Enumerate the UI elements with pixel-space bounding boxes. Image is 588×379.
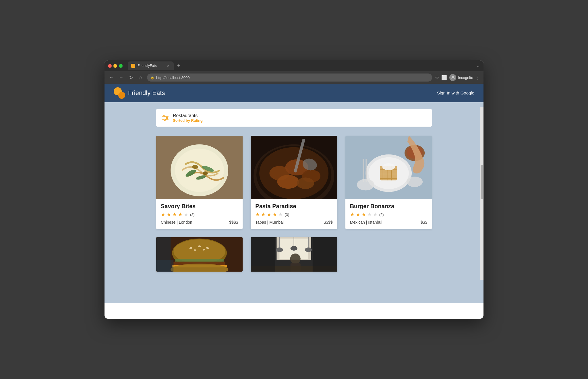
- app-title: Friendly Eats: [128, 89, 165, 97]
- restaurant-grid: Savory Bites ★ ★ ★ ★ ★ (2) Chinese | Lon…: [156, 136, 432, 272]
- restaurant-name-1: Savory Bites: [161, 203, 238, 210]
- star-2-1: ★: [255, 211, 260, 218]
- restaurant-card-1[interactable]: Savory Bites ★ ★ ★ ★ ★ (2) Chinese | Lon…: [156, 136, 243, 229]
- lock-icon: 🔒: [150, 76, 154, 80]
- star-1-5: ★: [184, 211, 188, 218]
- incognito-avatar: [449, 74, 456, 81]
- card-info-1: Savory Bites ★ ★ ★ ★ ★ (2) Chinese | Lon…: [156, 199, 243, 229]
- card-cuisine-1: Chinese | London: [161, 220, 192, 225]
- tab-favicon: [131, 64, 135, 68]
- svg-point-67: [290, 254, 301, 264]
- stars-row-2: ★ ★ ★ ★ ★ (3): [255, 211, 332, 218]
- restaurant-card-3[interactable]: Burger Bonanza ★ ★ ★ ★ ★ (2) Mexican | I…: [345, 136, 432, 229]
- address-bar[interactable]: 🔒 http://localhost:3000: [147, 74, 432, 82]
- svg-rect-71: [313, 237, 337, 272]
- star-3-2: ★: [356, 211, 360, 218]
- star-2-4: ★: [272, 211, 277, 218]
- back-button[interactable]: ←: [108, 75, 115, 80]
- restaurant-image-2: [251, 136, 337, 199]
- address-right-actions: ☆ ⬜ Incognito ⋮: [435, 74, 480, 81]
- filter-subtitle: Sorted by Rating: [173, 118, 203, 123]
- svg-point-64: [291, 246, 297, 251]
- star-3-5: ★: [373, 211, 378, 218]
- scrollbar[interactable]: [480, 107, 483, 280]
- new-tab-button[interactable]: +: [175, 63, 182, 69]
- star-1-4: ★: [178, 211, 183, 218]
- svg-point-14: [203, 171, 208, 175]
- star-2-3: ★: [267, 211, 271, 218]
- app-header: Friendly Eats Sign In with Google: [105, 84, 483, 102]
- card-price-3: $$$: [421, 220, 427, 225]
- star-2-5: ★: [278, 211, 283, 218]
- traffic-lights: [108, 64, 123, 68]
- filter-icon: [162, 115, 169, 121]
- tab-title: FriendlyEats: [138, 64, 157, 68]
- close-button[interactable]: [108, 64, 112, 68]
- svg-point-23: [259, 147, 328, 199]
- svg-rect-40: [363, 159, 364, 182]
- card-meta-3: Mexican | Istanbul $$$: [350, 220, 427, 225]
- scrollbar-thumb[interactable]: [481, 165, 483, 199]
- forward-button[interactable]: →: [118, 75, 125, 80]
- header-right: Sign In with Google: [437, 90, 474, 96]
- app-container: Friendly Eats Sign In with Google: [105, 84, 483, 303]
- card-meta-1: Chinese | London $$$$: [161, 220, 238, 225]
- stars-row-3: ★ ★ ★ ★ ★ (2): [350, 211, 427, 218]
- restaurant-card-4[interactable]: [156, 237, 243, 272]
- restaurant-name-2: Pasta Paradise: [255, 203, 332, 210]
- cast-icon[interactable]: ⬜: [441, 75, 447, 80]
- filter-title: Restaurants: [173, 113, 203, 118]
- restaurant-image-4: [156, 237, 243, 272]
- svg-rect-57: [156, 260, 173, 272]
- svg-rect-41: [365, 159, 367, 182]
- restaurant-image-1: [156, 136, 243, 199]
- restaurant-image-5: [251, 237, 337, 272]
- star-1-1: ★: [161, 211, 165, 218]
- card-info-3: Burger Bonanza ★ ★ ★ ★ ★ (2) Mexican | I…: [345, 199, 432, 229]
- svg-point-48: [198, 245, 201, 247]
- svg-point-43: [407, 177, 423, 187]
- review-count-2: (3): [285, 212, 289, 217]
- active-tab[interactable]: FriendlyEats ✕: [128, 61, 174, 70]
- star-3-1: ★: [350, 211, 355, 218]
- tab-close-button[interactable]: ✕: [166, 64, 170, 68]
- refresh-button[interactable]: ↻: [127, 75, 134, 80]
- star-2-2: ★: [261, 211, 266, 218]
- star-3-3: ★: [361, 211, 366, 218]
- filter-bar[interactable]: Restaurants Sorted by Rating: [156, 109, 432, 127]
- svg-point-37: [382, 163, 395, 170]
- card-price-2: $$$$: [324, 220, 333, 225]
- svg-point-66: [305, 247, 312, 252]
- card-meta-2: Tapas | Mumbai $$$$: [255, 220, 332, 225]
- maximize-button[interactable]: [119, 64, 123, 68]
- svg-point-13: [192, 165, 198, 169]
- browser-window: FriendlyEats ✕ + ⌄ ← → ↻ ⌂ 🔒 http://loca…: [105, 60, 483, 319]
- review-count-3: (2): [379, 212, 384, 217]
- star-3-4: ★: [367, 211, 372, 218]
- app-logo[interactable]: Friendly Eats: [114, 87, 165, 99]
- restaurant-card-2[interactable]: Pasta Paradise ★ ★ ★ ★ ★ (3) Tapas | Mum…: [251, 136, 337, 229]
- svg-point-4: [166, 117, 168, 119]
- card-info-2: Pasta Paradise ★ ★ ★ ★ ★ (3) Tapas | Mum…: [251, 199, 337, 229]
- svg-rect-70: [251, 237, 275, 272]
- restaurant-name-3: Burger Bonanza: [350, 203, 427, 210]
- restaurant-card-5[interactable]: [251, 237, 337, 272]
- tabs-more-button[interactable]: ⌄: [477, 63, 480, 68]
- bookmark-icon[interactable]: ☆: [435, 75, 439, 80]
- svg-point-6: [164, 119, 166, 120]
- incognito-button[interactable]: Incognito: [449, 74, 473, 81]
- home-button[interactable]: ⌂: [137, 75, 144, 80]
- main-content: Restaurants Sorted by Rating: [105, 102, 483, 303]
- svg-point-42: [357, 179, 374, 190]
- sign-in-button[interactable]: Sign In with Google: [437, 90, 474, 95]
- minimize-button[interactable]: [113, 64, 117, 68]
- stars-row-1: ★ ★ ★ ★ ★ (2): [161, 211, 238, 218]
- card-cuisine-2: Tapas | Mumbai: [255, 220, 284, 225]
- tab-bar: FriendlyEats ✕ + ⌄: [128, 61, 480, 70]
- review-count-1: (2): [190, 212, 195, 217]
- browser-titlebar: FriendlyEats ✕ + ⌄: [105, 60, 483, 71]
- restaurant-image-3: [345, 136, 432, 199]
- browser-addressbar: ← → ↻ ⌂ 🔒 http://localhost:3000 ☆ ⬜ Inco…: [105, 71, 483, 84]
- logo-circle-secondary: [118, 92, 125, 99]
- browser-menu-icon[interactable]: ⋮: [475, 75, 480, 80]
